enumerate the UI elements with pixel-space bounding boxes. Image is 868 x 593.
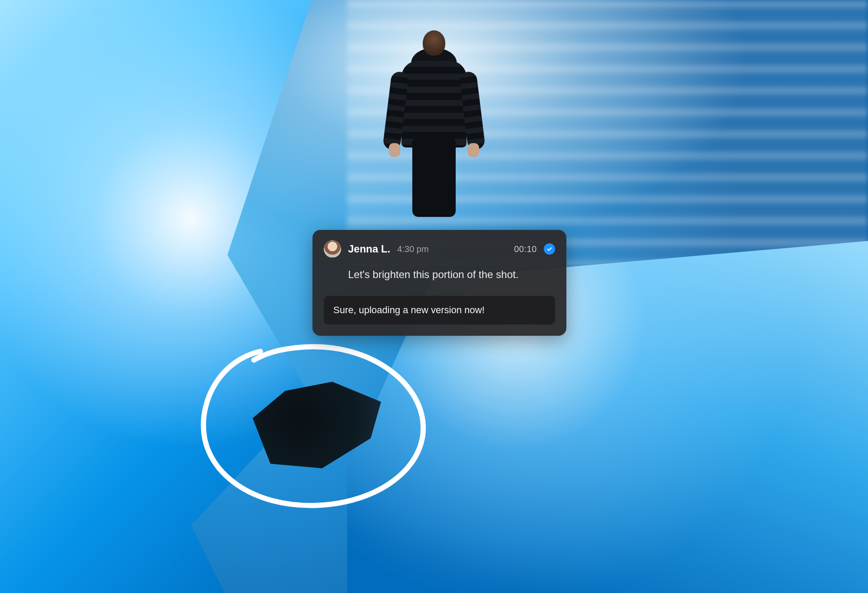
checkmark-icon [546, 246, 552, 252]
reply-input[interactable] [324, 296, 555, 324]
comment-timecode[interactable]: 00:10 [514, 244, 537, 254]
comment-author: Jenna L. [348, 243, 390, 255]
person-silhouette [386, 30, 482, 217]
comment-header: Jenna L. 4:30 pm 00:10 [324, 240, 555, 258]
comment-card: Jenna L. 4:30 pm 00:10 Let's brighten th… [312, 230, 566, 336]
avatar[interactable] [324, 240, 341, 258]
comment-body: Let's brighten this portion of the shot. [324, 267, 555, 282]
comment-time: 4:30 pm [397, 244, 428, 254]
status-complete-badge[interactable] [544, 243, 555, 255]
